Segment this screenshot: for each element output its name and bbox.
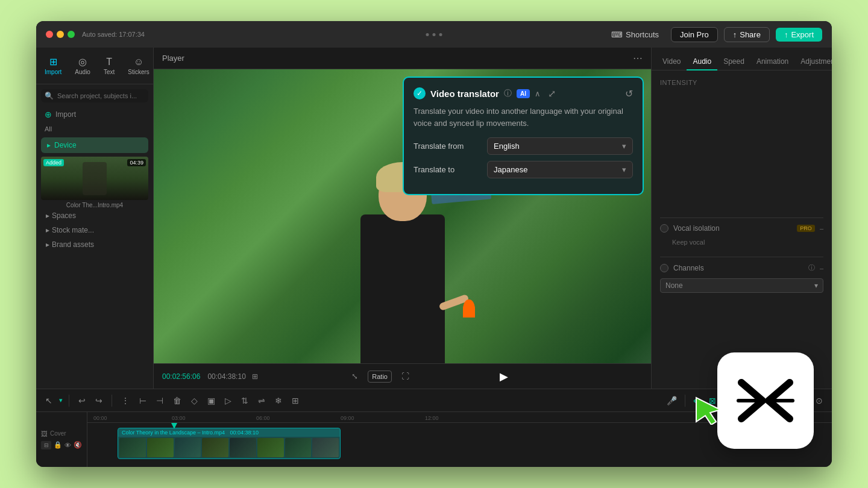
- stitch-button[interactable]: ⊞: [289, 393, 302, 408]
- grid-view-button[interactable]: ⊞: [248, 371, 262, 383]
- clip-header: Color Theory in the Landscape – Intro.mp…: [118, 428, 340, 437]
- channels-toggle[interactable]: [660, 264, 668, 272]
- split-button[interactable]: ⋮: [118, 393, 133, 408]
- split-btn2[interactable]: ⊢: [136, 393, 149, 408]
- vocal-info-icon[interactable]: –: [820, 225, 823, 232]
- spaces-group[interactable]: ▸ Spaces: [41, 208, 148, 223]
- play-button[interactable]: ▶: [500, 370, 508, 383]
- added-badge: Added: [43, 159, 64, 166]
- current-time: 00:02:56:06: [162, 372, 200, 381]
- tab-audio[interactable]: Audio: [687, 54, 717, 70]
- frame6: [257, 438, 284, 457]
- search-icon: 🔍: [45, 92, 54, 100]
- maximize-button[interactable]: [68, 31, 75, 38]
- track-collapse-button[interactable]: ⊟: [41, 441, 51, 449]
- device-button[interactable]: ▸ Device: [41, 137, 148, 153]
- mark-09: 09:00: [341, 415, 354, 421]
- join-pro-button[interactable]: Join Pro: [671, 27, 718, 42]
- translate-to-label: Translate to: [414, 165, 480, 174]
- toolbar-icons: ⊞ Import ◎ Audio T Text ☺ Stickers ✦ E: [36, 48, 153, 84]
- crop-button[interactable]: ▣: [204, 393, 218, 408]
- undo-button[interactable]: ↩: [75, 393, 89, 408]
- translate-to-select[interactable]: Japanese ▾: [487, 161, 633, 178]
- text-tool-button[interactable]: T Text: [98, 53, 121, 79]
- settings-btn[interactable]: ⊙: [813, 393, 826, 408]
- info-icon[interactable]: ⓘ: [504, 88, 512, 99]
- chevron-up-icon[interactable]: ∧: [535, 89, 541, 98]
- capcut-logo: [717, 352, 814, 449]
- media-duration-badge: 04:39: [127, 159, 146, 166]
- import-tool-button[interactable]: ⊞ Import: [39, 52, 68, 79]
- translate-from-label: Translate from: [414, 142, 480, 151]
- refresh-icon[interactable]: ↺: [625, 88, 633, 99]
- export-button[interactable]: ↑ Export: [776, 28, 822, 42]
- redo-button[interactable]: ↪: [92, 393, 105, 408]
- select-arrow-icon: ▾: [622, 142, 626, 151]
- share-button[interactable]: ↑ Share: [724, 27, 770, 42]
- play-range-button[interactable]: ▷: [222, 393, 234, 408]
- lock-button[interactable]: 🔒: [54, 441, 62, 449]
- keep-vocal-label: Keep vocal: [660, 239, 823, 251]
- eye-button[interactable]: 👁: [64, 442, 71, 449]
- tab-video[interactable]: Video: [656, 54, 687, 70]
- tab-adjustment[interactable]: Adjustment: [794, 54, 832, 70]
- title-actions: ⌨ Shortcuts Join Pro ↑ Share ↑ Export: [605, 27, 822, 42]
- translate-from-row: Translate from English ▾: [414, 137, 633, 155]
- brand-assets-group[interactable]: ▸ Brand assets: [41, 237, 148, 252]
- channels-expand-icon[interactable]: –: [820, 264, 823, 272]
- media-thumbnail[interactable]: Added 04:39 Color The...Intro.mp4: [41, 157, 148, 208]
- export-icon: ↑: [784, 30, 788, 39]
- clip-frames: [118, 437, 340, 458]
- vocal-isolation-row: Vocal isolation PRO –: [660, 224, 823, 233]
- audio-tool-button[interactable]: ◎ Audio: [69, 52, 96, 79]
- select-dropdown[interactable]: ▾: [59, 396, 63, 404]
- tab-animation[interactable]: Animation: [750, 54, 794, 70]
- panel-tabs: Video Audio Speed Animation Adjustment »: [652, 48, 832, 70]
- shortcuts-button[interactable]: ⌨ Shortcuts: [605, 28, 665, 42]
- mic-button[interactable]: 🎤: [664, 393, 680, 408]
- tab-speed[interactable]: Speed: [717, 54, 750, 70]
- minimize-button[interactable]: [57, 31, 64, 38]
- expand-frame-button[interactable]: ⤡: [348, 370, 362, 383]
- search-input[interactable]: [57, 92, 145, 99]
- audio-split-button[interactable]: ⇅: [238, 393, 251, 408]
- autosave-label: Auto saved: 17:07:34: [82, 31, 145, 38]
- frame7: [285, 438, 312, 457]
- cursor-arrow-svg: [693, 395, 723, 425]
- none-select[interactable]: None ▾: [660, 278, 823, 293]
- panel-body: Intensity Vocal isolation PRO – Keep voc…: [652, 70, 832, 389]
- mirror-button[interactable]: ⇌: [255, 393, 268, 408]
- mark-12: 12:00: [425, 415, 439, 421]
- divider1: [660, 217, 823, 218]
- frame1: [119, 438, 146, 457]
- player-menu-icon[interactable]: ⋯: [633, 52, 643, 64]
- mark-03: 03:00: [172, 415, 186, 421]
- select-tool-button[interactable]: ↖: [42, 393, 55, 408]
- video-clip[interactable]: Color Theory in the Landscape – Intro.mp…: [118, 428, 341, 459]
- traffic-lights: [46, 31, 75, 38]
- right-panel: Video Audio Speed Animation Adjustment »…: [651, 48, 832, 389]
- split-btn3[interactable]: ⊣: [153, 393, 166, 408]
- track-labels: 🖼 Cover ⊟ 🔒 👁 🔇: [36, 412, 87, 467]
- fullscreen-button[interactable]: ⛶: [398, 370, 413, 383]
- capcut-logo-svg: [735, 377, 796, 425]
- import-plus-button[interactable]: ⊕ Import: [41, 107, 148, 122]
- mute-button[interactable]: 🔇: [74, 441, 82, 449]
- separator2: [112, 395, 112, 407]
- channels-info-icon[interactable]: ⓘ: [808, 263, 815, 272]
- freeze-button[interactable]: ❄: [272, 393, 285, 408]
- stickers-tool-button[interactable]: ☺ Stickers: [122, 53, 156, 79]
- stock-group[interactable]: ▸ Stock mate...: [41, 223, 148, 237]
- vocal-isolation-toggle[interactable]: [660, 224, 668, 233]
- shield-button[interactable]: ◇: [188, 393, 201, 408]
- close-button[interactable]: [46, 31, 53, 38]
- player-controls: 00:02:56:06 00:04:38:10 ⊞ ⤡ Ratio ⛶ ▶: [154, 363, 651, 389]
- frame4: [202, 438, 228, 457]
- frame8: [312, 438, 339, 457]
- mark-06: 06:00: [256, 415, 270, 421]
- expand-icon[interactable]: ⤢: [548, 88, 556, 99]
- ratio-button[interactable]: Ratio: [368, 371, 392, 383]
- delete-button[interactable]: 🗑: [170, 393, 184, 408]
- select-chevron-icon: ▾: [814, 281, 818, 290]
- translate-from-select[interactable]: English ▾: [487, 137, 633, 155]
